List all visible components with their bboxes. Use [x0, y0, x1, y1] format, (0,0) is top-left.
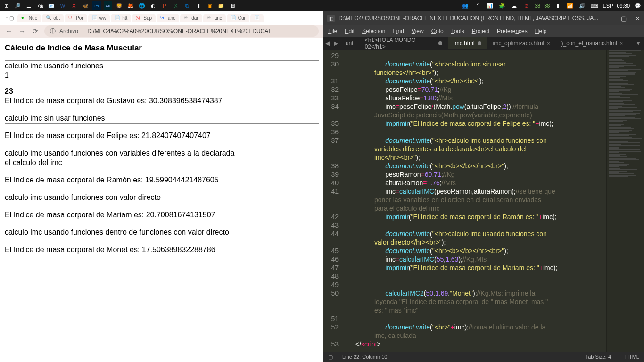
code-editor[interactable]: 2930313233343536373839404142434445464748…	[323, 50, 644, 352]
panel-toggle-icon[interactable]: ▢	[328, 354, 333, 360]
sublime-window: ◧ D:\MEG4\ CURSOS\ONE-ORACLE NEXT EDUCAT…	[323, 11, 644, 362]
text: El Indice de masa corporal de Monet es: …	[5, 246, 319, 254]
ime-icon[interactable]: ⌨	[590, 1, 599, 10]
browser-tab[interactable]: ✳anc	[203, 14, 226, 22]
language-indicator[interactable]: ESP	[603, 3, 613, 8]
sync-icon[interactable]: 🧩	[498, 1, 506, 10]
tab-scroll-left[interactable]: ◀	[323, 40, 331, 47]
cmd-icon[interactable]: ▮	[194, 1, 203, 10]
title-bar: ◧ D:\MEG4\ CURSOS\ONE-ORACLE NEXT EDUCAT…	[323, 11, 644, 25]
word-icon[interactable]: W	[58, 1, 67, 10]
search-icon[interactable]: 🔎	[13, 1, 22, 10]
syntax-mode[interactable]: HTML	[625, 354, 639, 360]
clock[interactable]: 09:30	[617, 3, 630, 8]
menu-find[interactable]: Find	[393, 28, 404, 34]
close-button[interactable]: ✕	[635, 15, 640, 22]
battery-icon[interactable]: ▮	[553, 1, 562, 10]
info-icon[interactable]: ⓘ	[50, 27, 56, 35]
tab-close-icon[interactable]: ×	[547, 41, 550, 46]
browser-tab[interactable]: ✳dar	[180, 14, 202, 22]
firefox-icon[interactable]: 🦊	[126, 1, 135, 10]
taskbar-right: 👥 ˅ 📊 🧩 ☁ ⊘ 38 38 ▮ 📶 🔊 ⌨ ESP 09:30 💬	[461, 1, 642, 10]
taskview-icon[interactable]: ☰	[25, 1, 33, 10]
text: el calculo del imc	[5, 158, 319, 167]
window-title: D:\MEG4\ CURSOS\ONE-ORACLE NEXT EDUCATIO…	[339, 15, 598, 22]
editor-tab[interactable]: imc_optimizado.html×	[487, 37, 556, 49]
monitor-icon[interactable]: 🖥	[228, 1, 237, 10]
wifi-icon[interactable]: 📶	[566, 1, 574, 10]
vscode-icon[interactable]: ⧉	[183, 1, 191, 10]
volume-icon[interactable]: 🔊	[578, 1, 586, 10]
powerpoint-icon[interactable]: P	[160, 1, 169, 10]
tab-size[interactable]: Tab Size: 4	[586, 354, 611, 360]
browser-tab[interactable]: 📄	[250, 14, 264, 22]
tab-dropdown-button[interactable]: ▼	[636, 40, 641, 47]
browser-tab[interactable]: 📄htt	[111, 14, 131, 22]
text: El Indice de masa corporal de Felipe es:…	[5, 132, 319, 140]
tab-scroll-right[interactable]: ▶	[331, 40, 339, 47]
menu-preferences[interactable]: Preferences	[497, 28, 528, 34]
menu-tools[interactable]: Tools	[451, 28, 464, 34]
editor-tab[interactable]: )_con_el_usuario.html×	[556, 37, 629, 49]
maximize-button[interactable]: ▢	[621, 15, 627, 22]
tab-close-icon[interactable]: ×	[620, 41, 623, 46]
text: 23	[5, 87, 319, 96]
editor-tab[interactable]: unt	[340, 37, 359, 49]
modified-dot-icon	[478, 41, 481, 45]
cursor-position: Line 22, Column 10	[342, 354, 387, 360]
browser-tab[interactable]: UPor	[65, 14, 87, 22]
store-icon[interactable]: 🛍	[36, 1, 44, 10]
notifications-icon[interactable]: 💬	[634, 1, 642, 10]
text: calculo imc usando funciones con variabl…	[5, 149, 319, 157]
browser-tab[interactable]: 🔍obt	[42, 14, 64, 22]
tray-icon[interactable]: 📊	[486, 1, 494, 10]
cloud-icon[interactable]: ☁	[510, 1, 519, 10]
start-icon[interactable]: ⊞	[2, 1, 10, 10]
minimap[interactable]	[606, 50, 644, 352]
address-bar[interactable]: ⓘ Archivo | D:/MEG4/%C2%A0%20CURSOS/ONE-…	[44, 25, 319, 37]
shield-icon[interactable]: ⊘	[522, 1, 531, 10]
sidebar-icon[interactable]: ≡	[6, 16, 8, 21]
reload-button[interactable]: ⟳	[31, 27, 40, 35]
browser-tab[interactable]: Ganc	[157, 14, 179, 22]
editor-tab-active[interactable]: imc.html	[448, 37, 487, 49]
url-text: D:/MEG4/%C2%A0%20CURSOS/ONE-ORACLE%20NEX…	[87, 28, 273, 34]
sidepanel-icon[interactable]: ▢	[9, 16, 14, 21]
new-tab-button[interactable]: +	[628, 40, 632, 47]
text: calculo imc sin usar funciones	[5, 114, 319, 123]
text: El Indice de masa corporal de Ramón es: …	[5, 176, 319, 184]
app2-icon[interactable]: ◐	[149, 1, 157, 10]
x-icon[interactable]: X	[70, 1, 78, 10]
menu-selection[interactable]: Selection	[362, 28, 385, 34]
chevron-up-icon[interactable]: ˅	[473, 1, 482, 10]
audition-icon[interactable]: Au	[104, 1, 112, 10]
people-icon[interactable]: 👥	[461, 1, 470, 10]
app-icon[interactable]: 🦋	[81, 1, 90, 10]
status-bar: ▢ Line 22, Column 10 Tab Size: 4 HTML	[323, 352, 644, 362]
sublime-icon[interactable]: ▣	[206, 1, 214, 10]
browser-tab[interactable]: ●Nue	[17, 14, 41, 22]
menu-edit[interactable]: Edit	[345, 28, 355, 34]
code-area[interactable]: document.write("<hr>calculo imc sin usar…	[342, 50, 644, 352]
app-icon: ◧	[327, 15, 335, 22]
excel-icon[interactable]: X	[172, 1, 180, 10]
forward-button[interactable]: →	[18, 27, 26, 35]
menu-goto[interactable]: Goto	[431, 28, 444, 34]
photoshop-icon[interactable]: Ps	[92, 1, 101, 10]
explorer-icon[interactable]: 📁	[217, 1, 225, 10]
mail-icon[interactable]: 📧	[47, 1, 56, 10]
menu-file[interactable]: File	[328, 28, 337, 34]
minimize-button[interactable]: —	[606, 15, 612, 22]
back-button[interactable]: ←	[5, 27, 13, 35]
menu-project[interactable]: Project	[472, 28, 489, 34]
menu-view[interactable]: View	[412, 28, 424, 34]
text: 1	[5, 71, 319, 80]
text: calculo imc usando funciones	[5, 62, 319, 70]
browser-tab[interactable]: ⓂSup	[132, 14, 156, 22]
brave-icon[interactable]: 🦁	[115, 1, 124, 10]
browser-tab[interactable]: 📄Cur	[227, 14, 249, 22]
browser-tab[interactable]: 📄ww	[88, 14, 110, 22]
edge-icon[interactable]: 🌐	[138, 1, 146, 10]
modified-dot-icon	[438, 41, 442, 45]
menu-help[interactable]: Help	[535, 28, 547, 34]
